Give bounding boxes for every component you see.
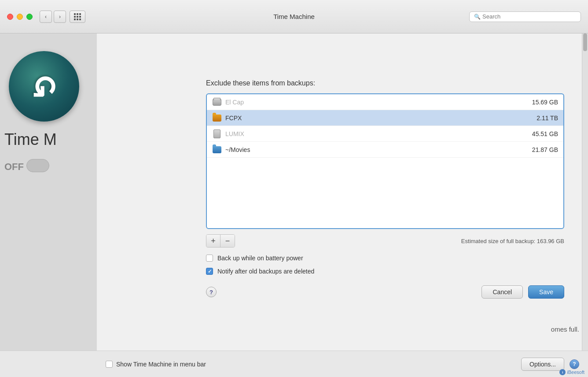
search-box[interactable]: 🔍 <box>469 11 581 22</box>
file-size-lumix: 45.51 GB <box>532 130 558 137</box>
options-dialog: Exclude these items from backups: El Cap… <box>194 69 577 311</box>
search-input[interactable] <box>482 13 576 20</box>
power-toggle[interactable] <box>26 159 49 172</box>
dialog-footer: ? Cancel Save <box>206 285 564 299</box>
exclusion-list[interactable]: El Cap 15.69 GB FCPX 2.11 TB <box>206 93 564 229</box>
main-area: ↺ Time M OFF Exclude these items from ba… <box>0 33 588 377</box>
sdcard-icon <box>212 129 222 139</box>
partial-text: omes full. <box>551 325 579 333</box>
cancel-button[interactable]: Cancel <box>481 285 523 299</box>
ibeesoft-branding: i iBeesoft <box>559 369 584 375</box>
add-button[interactable]: + <box>206 235 220 247</box>
menubar-checkbox-label: Show Time Machine in menu bar <box>116 361 206 368</box>
window-title: Time Machine <box>273 13 315 20</box>
tm-icon-container: ↺ <box>9 51 79 122</box>
folder-blue-icon <box>212 145 222 155</box>
file-size-elcap: 15.69 GB <box>532 99 558 106</box>
file-name-lumix: LUMIX <box>225 130 532 137</box>
list-toolbar: + − Estimated size of full backup: 163.9… <box>206 234 564 248</box>
search-icon: 🔍 <box>474 14 481 20</box>
file-item-lumix[interactable]: LUMIX 45.51 GB <box>207 126 563 142</box>
scrollbar[interactable] <box>582 33 588 351</box>
notify-checkbox-row: Notify after old backups are deleted <box>206 268 564 275</box>
back-button[interactable]: ‹ <box>40 11 52 23</box>
back-icon: ‹ <box>45 14 47 20</box>
menubar-checkbox[interactable] <box>106 361 113 368</box>
battery-checkbox[interactable] <box>206 255 213 262</box>
forward-button[interactable]: › <box>54 11 66 23</box>
bottom-bar: Show Time Machine in menu bar Options...… <box>0 351 588 377</box>
close-button[interactable] <box>7 14 13 20</box>
remove-button[interactable]: − <box>220 235 235 247</box>
ibeesoft-icon: i <box>559 369 566 375</box>
scrollbar-thumb[interactable] <box>583 33 587 51</box>
folder-orange-icon <box>212 113 222 123</box>
dialog-help-button[interactable]: ? <box>206 287 217 297</box>
left-panel: ↺ Time M OFF <box>0 33 97 377</box>
file-item-elcap[interactable]: El Cap 15.69 GB <box>207 94 563 110</box>
file-name-movies: ~/Movies <box>225 146 532 153</box>
titlebar: ‹ › Time Machine 🔍 <box>0 0 588 33</box>
time-machine-icon: ↺ <box>9 51 79 122</box>
notify-checkbox-label: Notify after old backups are deleted <box>217 268 314 275</box>
file-name-fcpx: FCPX <box>225 115 537 122</box>
window-controls <box>7 14 33 20</box>
show-menubar-row: Show Time Machine in menu bar <box>106 361 206 368</box>
save-button[interactable]: Save <box>528 285 564 299</box>
nav-buttons: ‹ › <box>40 11 66 23</box>
file-item-fcpx[interactable]: FCPX 2.11 TB <box>207 110 563 126</box>
battery-checkbox-label: Back up while on battery power <box>217 255 303 262</box>
file-item-movies[interactable]: ~/Movies 21.87 GB <box>207 142 563 158</box>
grid-icon <box>74 13 81 20</box>
grid-view-button[interactable] <box>70 11 85 23</box>
file-list: El Cap 15.69 GB FCPX 2.11 TB <box>207 94 563 228</box>
ibeesoft-label: iBeesoft <box>567 370 584 375</box>
battery-checkbox-row: Back up while on battery power <box>206 255 564 262</box>
file-size-movies: 21.87 GB <box>532 146 558 153</box>
status-label: OFF <box>4 161 24 173</box>
minimize-button[interactable] <box>17 14 23 20</box>
right-content: Exclude these items from backups: El Cap… <box>97 33 588 377</box>
file-name-elcap: El Cap <box>225 99 532 106</box>
tm-arrow-icon: ↺ <box>31 71 57 102</box>
file-size-fcpx: 2.11 TB <box>537 115 558 122</box>
maximize-button[interactable] <box>26 14 33 20</box>
file-list-empty-area <box>207 158 563 228</box>
notify-checkbox[interactable] <box>206 268 213 275</box>
options-button[interactable]: Options... <box>521 358 564 371</box>
drive-icon <box>212 97 222 107</box>
help-button-bottom[interactable]: ? <box>570 359 579 369</box>
add-remove-buttons: + − <box>206 234 235 248</box>
app-name-label: Time M <box>4 130 57 149</box>
dialog-heading: Exclude these items from backups: <box>206 79 564 87</box>
estimated-size-label: Estimated size of full backup: 163.96 GB <box>461 238 564 244</box>
forward-icon: › <box>59 14 61 20</box>
